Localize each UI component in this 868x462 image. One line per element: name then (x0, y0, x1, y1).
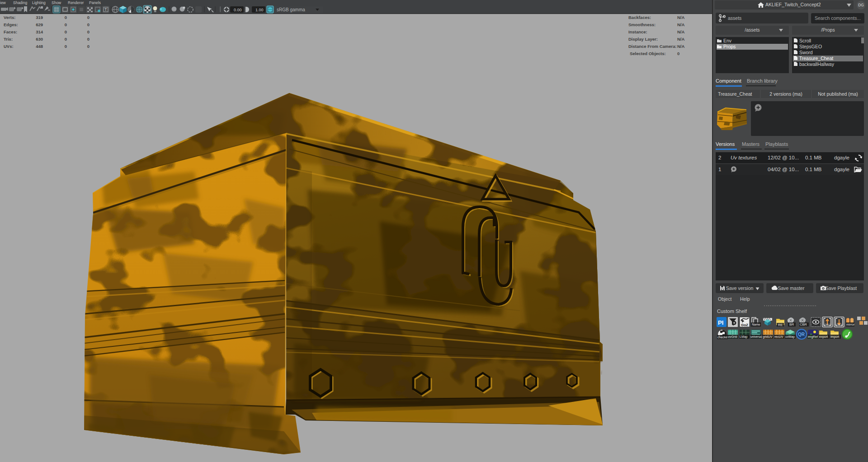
svg-text:1.00: 1.00 (255, 8, 264, 12)
svg-text:0.00: 0.00 (234, 8, 242, 12)
svg-text:OBJ: OBJ (836, 323, 842, 327)
svg-text:LMap: LMap (740, 335, 748, 339)
svg-text:Name: Name (752, 323, 760, 326)
svg-text:recUV: recUV (774, 335, 783, 338)
svg-text:BR: BR (789, 322, 794, 327)
svg-text:RE: RE (778, 323, 783, 327)
svg-text:import: import (830, 335, 840, 339)
svg-text:uvMap: uvMap (785, 335, 795, 339)
svg-text:gridUV: gridUV (763, 335, 773, 339)
svg-text:imgRef: imgRef (808, 335, 818, 339)
svg-text:uvGrid: uvGrid (728, 335, 737, 338)
svg-text:OBJ: OBJ (824, 323, 830, 327)
svg-text:universa: universa (750, 335, 762, 338)
svg-text:CBR: CBR (800, 322, 807, 327)
svg-text:QR: QR (798, 332, 805, 337)
svg-text:mirror: mirror (846, 323, 855, 326)
svg-text:PI: PI (718, 319, 723, 326)
svg-text:checker: checker (717, 336, 729, 339)
svg-text:GoZ: GoZ (741, 323, 748, 327)
svg-text:T: T (104, 7, 107, 12)
svg-text:export: export (819, 335, 828, 339)
svg-text:sRGB gamma: sRGB gamma (277, 7, 305, 12)
